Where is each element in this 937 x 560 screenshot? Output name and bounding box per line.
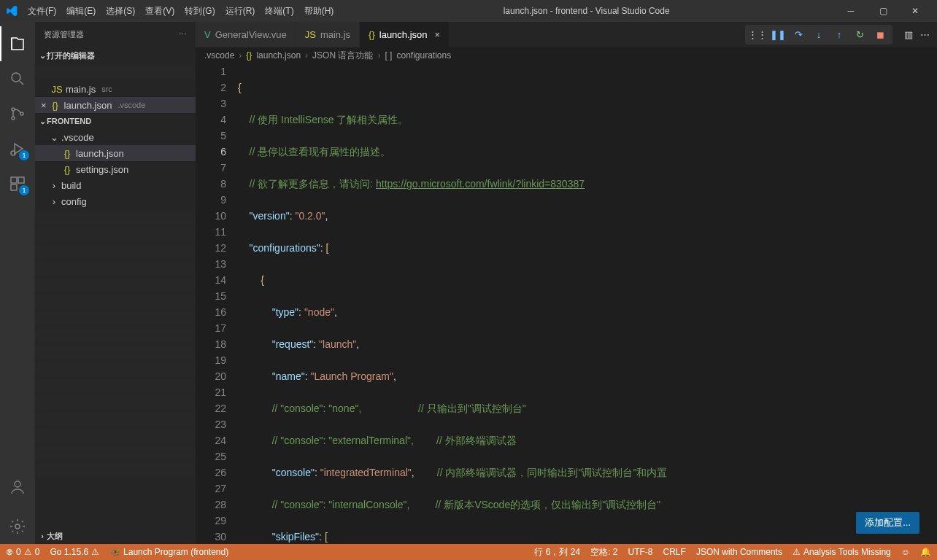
activity-explorer-icon[interactable] [0,26,35,61]
menu-help[interactable]: 帮助(H) [300,5,339,18]
window-minimize-icon[interactable]: ─ [835,0,867,22]
blurred-row [35,227,196,243]
svg-point-0 [12,73,20,82]
blurred-row [35,244,196,260]
debug-stop-icon[interactable]: ◼ [871,26,890,44]
sidebar-title: 资源管理器 ⋯ [35,22,196,47]
window-title: launch.json - frontend - Visual Studio C… [338,6,835,16]
blurred-row [35,327,196,343]
status-problems[interactable]: ⊗0⚠0 [6,547,39,557]
close-icon[interactable]: × [432,29,441,40]
status-language[interactable]: JSON with Comments [696,547,782,557]
activity-search-icon[interactable] [0,61,35,96]
activity-bar: 1 1 [0,22,35,544]
activity-account-icon[interactable] [0,470,35,505]
debug-badge: 1 [19,150,29,160]
status-bar: ⊗0⚠0 Go 1.15.6⚠ 🦋Launch Program (fronten… [0,544,937,560]
editor-group: VGeneralView.vue JSmain.js {}launch.json… [196,22,937,544]
editor-tabs: VGeneralView.vue JSmain.js {}launch.json… [196,22,937,47]
status-launch-config[interactable]: 🦋Launch Program (frontend) [109,547,228,557]
debug-restart-icon[interactable]: ↻ [850,26,869,44]
folder-vscode[interactable]: ⌄.vscode [35,129,196,145]
folder-build[interactable]: ›build [35,177,196,193]
blurred-row [35,411,196,427]
breadcrumb-item[interactable]: JSON 语言功能 [312,50,373,62]
code-editor[interactable]: 1234567891011121314151617181920212223242… [196,63,937,544]
add-config-button[interactable]: 添加配置... [856,512,919,534]
vscode-logo-icon [6,5,18,17]
folder-config[interactable]: ›config [35,193,196,209]
status-cursor[interactable]: 行 6，列 24 [534,546,580,559]
blurred-row [35,445,196,461]
breadcrumb-item[interactable]: configurations [396,50,451,61]
menu-selection[interactable]: 选择(S) [101,5,139,18]
activity-scm-icon[interactable] [0,96,35,131]
menu-go[interactable]: 转到(G) [180,5,219,18]
activity-debug-icon[interactable]: 1 [0,131,35,166]
status-analysis[interactable]: ⚠Analysis Tools Missing [793,547,891,557]
status-go[interactable]: Go 1.15.6⚠ [50,547,99,557]
sidebar: 资源管理器 ⋯ ⌄打开的编辑器 JSmain.jssrc ×{}launch.j… [35,22,196,544]
blurred-row [35,260,196,276]
split-editor-icon[interactable]: ▥ [904,29,913,40]
svg-point-9 [15,524,20,529]
code-content[interactable]: { // 使用 IntelliSense 了解相关属性。 // 悬停以查看现有属… [238,63,937,544]
debug-pause-icon[interactable]: ❚❚ [768,26,787,44]
status-eol[interactable]: CRLF [663,547,686,557]
tab-mainjs[interactable]: JSmain.js [296,22,360,47]
file-settingsjson[interactable]: {}settings.json [35,161,196,177]
breadcrumb-item[interactable]: launch.json [256,50,301,61]
svg-point-1 [12,108,15,111]
svg-rect-6 [18,177,24,183]
minimap[interactable] [854,63,927,544]
debug-step-out-icon[interactable]: ↑ [830,26,849,44]
svg-rect-5 [11,177,17,183]
menu-file[interactable]: 文件(F) [23,5,61,18]
debug-toolbar: ⋮⋮ ❚❚ ↷ ↓ ↑ ↻ ◼ [745,25,892,44]
blurred-row [35,394,196,411]
status-encoding[interactable]: UTF-8 [628,547,653,557]
activity-extensions-icon[interactable]: 1 [0,166,35,201]
menu-run[interactable]: 运行(R) [221,5,260,18]
blurred-row [35,378,196,394]
blurred-row [35,210,196,226]
file-launchjson[interactable]: {}launch.json [35,145,196,161]
blurred-row [35,462,196,478]
breadcrumb-item[interactable]: .vscode [204,50,234,61]
drag-handle-icon[interactable]: ⋮⋮ [748,26,767,44]
status-bell-icon[interactable]: 🔔 [920,547,931,557]
editor-more-icon[interactable]: ⋯ [920,29,930,40]
breadcrumb[interactable]: .vscode› {}launch.json› JSON 语言功能› [ ]co… [196,47,937,63]
blurred-row [35,428,196,444]
close-icon[interactable]: × [41,100,47,111]
menu-view[interactable]: 查看(V) [141,5,179,18]
svg-point-2 [12,117,15,120]
outline-header[interactable]: ›大纲 [35,528,196,544]
window-maximize-icon[interactable]: ▢ [867,0,899,22]
blurred-row [35,64,196,80]
blurred-row [35,311,196,327]
sidebar-more-icon[interactable]: ⋯ [179,30,187,39]
tab-generalview[interactable]: VGeneralView.vue [196,22,296,47]
tab-launchjson[interactable]: {}launch.json× [360,22,450,47]
status-feedback-icon[interactable]: ☺ [901,547,910,557]
blurred-row [35,344,196,360]
window-close-icon[interactable]: ✕ [899,0,931,22]
menu-terminal[interactable]: 终端(T) [261,5,298,18]
project-header[interactable]: ⌄FRONTEND [35,113,196,129]
blurred-row [35,361,196,377]
line-numbers: 1234567891011121314151617181920212223242… [196,63,238,544]
menu-bar: 文件(F) 编辑(E) 选择(S) 查看(V) 转到(G) 运行(R) 终端(T… [23,5,338,18]
activity-settings-icon[interactable] [0,509,35,544]
open-editor-mainjs[interactable]: JSmain.jssrc [35,81,196,97]
debug-step-into-icon[interactable]: ↓ [809,26,828,44]
menu-edit[interactable]: 编辑(E) [62,5,100,18]
open-editors-header[interactable]: ⌄打开的编辑器 [35,47,196,63]
debug-step-over-icon[interactable]: ↷ [789,26,808,44]
open-editor-launchjson[interactable]: ×{}launch.json.vscode [35,97,196,113]
ext-badge: 1 [19,185,29,195]
svg-point-8 [15,481,20,487]
status-indent[interactable]: 空格: 2 [590,546,617,559]
blurred-row [35,294,196,310]
title-bar: 文件(F) 编辑(E) 选择(S) 查看(V) 转到(G) 运行(R) 终端(T… [0,0,937,22]
